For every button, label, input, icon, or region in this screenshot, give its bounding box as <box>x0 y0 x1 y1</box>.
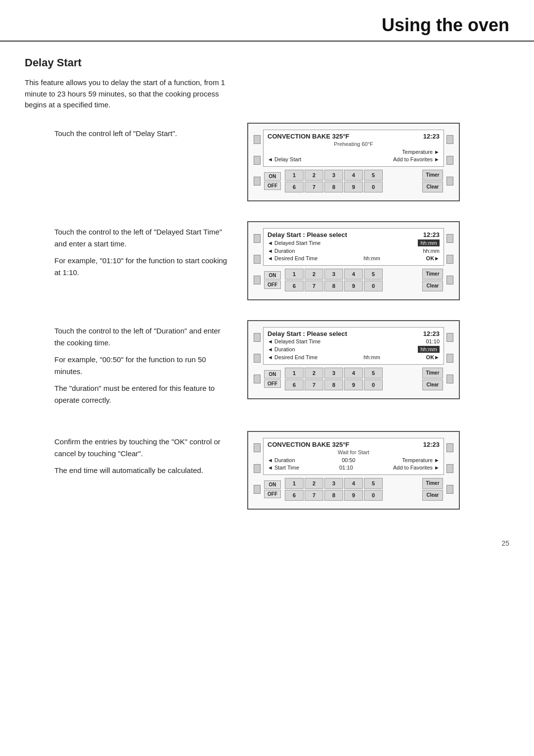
key-1[interactable]: 1 <box>285 170 304 181</box>
page-title: Using the oven <box>25 15 509 36</box>
key-3-2[interactable]: 3 <box>324 269 343 280</box>
left-btn-1b[interactable] <box>254 156 261 165</box>
timer-button-3[interactable]: Timer <box>422 368 443 378</box>
key-7[interactable]: 7 <box>305 182 323 192</box>
step-3-panel: Delay Start : Please select 12:23 ◄ Dela… <box>247 320 509 399</box>
key-0-3[interactable]: 0 <box>364 379 383 390</box>
key-9-4[interactable]: 9 <box>344 490 363 501</box>
step-1-instruction: Touch the control left of "Delay Start". <box>54 128 232 140</box>
key-9[interactable]: 9 <box>344 182 363 192</box>
keypad-4: ON OFF 1 2 3 4 5 <box>262 478 445 501</box>
key-4-2[interactable]: 4 <box>344 269 363 280</box>
left-btn-4a[interactable] <box>254 443 261 452</box>
key-4[interactable]: 4 <box>344 170 363 181</box>
key-4-3[interactable]: 4 <box>344 368 363 378</box>
key-1-3[interactable]: 1 <box>285 368 304 378</box>
key-2-2[interactable]: 2 <box>305 269 323 280</box>
left-btn-2c[interactable] <box>254 276 261 284</box>
left-btn-3a[interactable] <box>254 333 261 342</box>
right-btn-4c[interactable] <box>446 485 453 494</box>
step-3-instruction: Touch the control to the left of "Durati… <box>54 325 232 349</box>
key-2-3[interactable]: 2 <box>305 368 323 378</box>
off-button-4[interactable]: OFF <box>264 490 281 498</box>
on-button-2[interactable]: ON <box>264 271 281 280</box>
timer-button-2[interactable]: Timer <box>422 269 443 280</box>
right-btn-4b[interactable] <box>446 464 453 473</box>
key-1-2[interactable]: 1 <box>285 269 304 280</box>
key-6[interactable]: 6 <box>285 182 304 192</box>
off-button-2[interactable]: OFF <box>264 281 281 289</box>
right-btn-3b[interactable] <box>446 354 453 363</box>
key-5[interactable]: 5 <box>364 170 383 181</box>
left-btn-2a[interactable] <box>254 234 261 243</box>
display-row1-label-3: ◄ Delayed Start Time <box>267 338 320 344</box>
right-btn-1a[interactable] <box>446 135 453 144</box>
on-off-2: ON OFF <box>264 271 281 289</box>
key-grid-4: 1 2 3 4 5 6 7 8 9 <box>285 478 418 501</box>
step-4-row: Confirm the entries by touching the "OK"… <box>25 431 509 510</box>
key-5-2[interactable]: 5 <box>364 269 383 280</box>
right-btn-2b[interactable] <box>446 255 453 264</box>
display-row1-2: ◄ Delayed Start Time hh:mm <box>267 239 440 246</box>
on-button-3[interactable]: ON <box>264 370 281 378</box>
left-btn-1c[interactable] <box>254 177 261 186</box>
left-btn-3c[interactable] <box>254 375 261 383</box>
key-8-4[interactable]: 8 <box>324 490 343 501</box>
key-1-4[interactable]: 1 <box>285 478 304 489</box>
off-button-3[interactable]: OFF <box>264 379 281 388</box>
key-9-2[interactable]: 9 <box>344 281 363 291</box>
key-0-4[interactable]: 0 <box>364 490 383 501</box>
key-9-3[interactable]: 9 <box>344 379 363 390</box>
display-row1-3: ◄ Delayed Start Time 01:10 <box>267 338 440 344</box>
key-8-3[interactable]: 8 <box>324 379 343 390</box>
right-btn-1c[interactable] <box>446 177 453 186</box>
left-btn-4b[interactable] <box>254 464 261 473</box>
key-0[interactable]: 0 <box>364 182 383 192</box>
right-btn-1b[interactable] <box>446 156 453 165</box>
clear-button-3[interactable]: Clear <box>422 379 443 390</box>
key-row2-3: 6 7 8 9 0 <box>285 379 418 390</box>
clear-button-1[interactable]: Clear <box>422 182 443 192</box>
clear-button-4[interactable]: Clear <box>422 490 443 501</box>
key-4-4[interactable]: 4 <box>344 478 363 489</box>
key-3-3[interactable]: 3 <box>324 368 343 378</box>
right-btn-2c[interactable] <box>446 276 453 284</box>
key-row2-1: 6 7 8 9 0 <box>285 182 418 192</box>
right-btn-4a[interactable] <box>446 443 453 452</box>
key-2[interactable]: 2 <box>305 170 323 181</box>
left-btn-3b[interactable] <box>254 354 261 363</box>
key-6-4[interactable]: 6 <box>285 490 304 501</box>
key-5-4[interactable]: 5 <box>364 478 383 489</box>
display-row1-value-3: 01:10 <box>426 338 440 344</box>
key-3[interactable]: 3 <box>324 170 343 181</box>
key-6-3[interactable]: 6 <box>285 379 304 390</box>
left-btn-2b[interactable] <box>254 255 261 264</box>
timer-button-4[interactable]: Timer <box>422 478 443 489</box>
key-6-2[interactable]: 6 <box>285 281 304 291</box>
on-button-1[interactable]: ON <box>264 172 281 181</box>
key-7-3[interactable]: 7 <box>305 379 323 390</box>
left-btn-1a[interactable] <box>254 135 261 144</box>
left-btn-4c[interactable] <box>254 485 261 494</box>
key-7-2[interactable]: 7 <box>305 281 323 291</box>
key-8[interactable]: 8 <box>324 182 343 192</box>
display-row1-label-2: ◄ Delayed Start Time <box>267 240 320 246</box>
off-button-1[interactable]: OFF <box>264 182 281 190</box>
key-8-2[interactable]: 8 <box>324 281 343 291</box>
key-0-2[interactable]: 0 <box>364 281 383 291</box>
timer-button-1[interactable]: Timer <box>422 170 443 181</box>
display-mode-2: Delay Start : Please select <box>267 231 347 238</box>
key-3-4[interactable]: 3 <box>324 478 343 489</box>
right-btn-3a[interactable] <box>446 333 453 342</box>
timer-clear-4: Timer Clear <box>422 478 443 501</box>
step-3-extra1: For example, "00:50" for the function to… <box>54 354 232 378</box>
step-1-panel: CONVECTION BAKE 325°F 12:23 Preheating 6… <box>247 123 509 201</box>
key-2-4[interactable]: 2 <box>305 478 323 489</box>
key-7-4[interactable]: 7 <box>305 490 323 501</box>
key-5-3[interactable]: 5 <box>364 368 383 378</box>
right-btn-2a[interactable] <box>446 234 453 243</box>
clear-button-2[interactable]: Clear <box>422 281 443 291</box>
display-row1-right-4: Temperature ► <box>402 457 440 463</box>
on-button-4[interactable]: ON <box>264 480 281 489</box>
right-btn-3c[interactable] <box>446 375 453 383</box>
